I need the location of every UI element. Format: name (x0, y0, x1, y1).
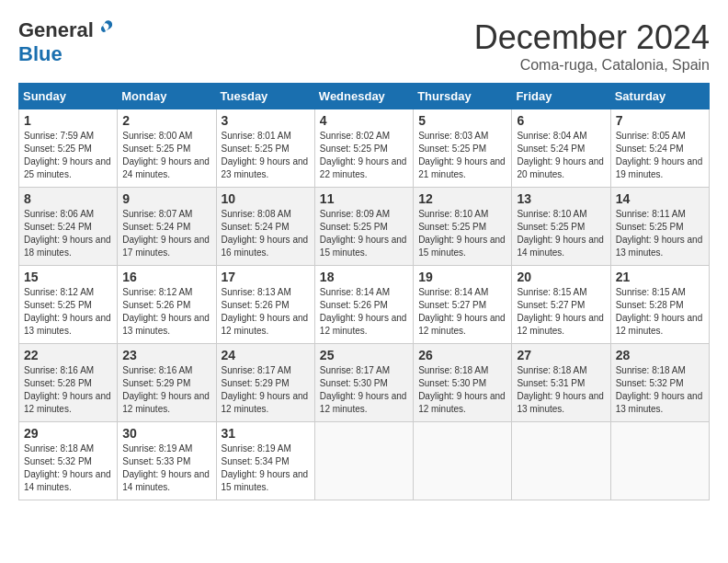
calendar-cell: 12Sunrise: 8:10 AM Sunset: 5:25 PM Dayli… (414, 188, 512, 266)
calendar-cell: 2Sunrise: 8:00 AM Sunset: 5:25 PM Daylig… (118, 109, 216, 188)
calendar-cell: 9Sunrise: 8:07 AM Sunset: 5:24 PM Daylig… (118, 188, 216, 266)
logo-blue-text: Blue (18, 42, 63, 65)
day-number: 14 (616, 191, 704, 206)
calendar-cell: 30Sunrise: 8:19 AM Sunset: 5:33 PM Dayli… (118, 422, 216, 500)
day-info: Sunrise: 8:12 AM Sunset: 5:26 PM Dayligh… (122, 286, 210, 338)
day-info: Sunrise: 8:05 AM Sunset: 5:24 PM Dayligh… (616, 130, 704, 181)
day-number: 18 (320, 270, 408, 284)
calendar-cell: 27Sunrise: 8:18 AM Sunset: 5:31 PM Dayli… (512, 344, 610, 422)
calendar-cell: 1Sunrise: 7:59 AM Sunset: 5:25 PM Daylig… (19, 109, 118, 188)
calendar-cell: 15Sunrise: 8:12 AM Sunset: 5:25 PM Dayli… (19, 266, 118, 344)
day-number: 16 (122, 270, 210, 284)
day-number: 29 (24, 426, 112, 441)
calendar-cell: 31Sunrise: 8:19 AM Sunset: 5:34 PM Dayli… (216, 422, 314, 500)
day-number: 23 (122, 348, 210, 362)
calendar-cell: 26Sunrise: 8:18 AM Sunset: 5:30 PM Dayli… (414, 344, 512, 422)
header-tuesday: Tuesday (216, 84, 314, 109)
header-wednesday: Wednesday (314, 84, 413, 109)
calendar-cell: 20Sunrise: 8:15 AM Sunset: 5:27 PM Dayli… (512, 266, 610, 344)
calendar-cell: 24Sunrise: 8:17 AM Sunset: 5:29 PM Dayli… (216, 344, 314, 422)
day-info: Sunrise: 8:19 AM Sunset: 5:33 PM Dayligh… (122, 442, 210, 494)
calendar-cell: 8Sunrise: 8:06 AM Sunset: 5:24 PM Daylig… (19, 188, 118, 266)
day-number: 19 (418, 270, 506, 284)
week-row-4: 22Sunrise: 8:16 AM Sunset: 5:28 PM Dayli… (19, 344, 710, 422)
calendar-cell: 11Sunrise: 8:09 AM Sunset: 5:25 PM Dayli… (314, 188, 413, 266)
day-info: Sunrise: 8:10 AM Sunset: 5:25 PM Dayligh… (517, 208, 605, 259)
calendar-table: SundayMondayTuesdayWednesdayThursdayFrid… (18, 83, 710, 500)
day-number: 20 (517, 270, 605, 284)
location-subtitle: Coma-ruga, Catalonia, Spain (474, 57, 710, 74)
day-number: 31 (222, 426, 310, 441)
day-info: Sunrise: 8:07 AM Sunset: 5:24 PM Dayligh… (122, 208, 210, 259)
day-number: 24 (222, 348, 310, 362)
day-info: Sunrise: 8:03 AM Sunset: 5:25 PM Dayligh… (418, 130, 506, 181)
calendar-cell: 22Sunrise: 8:16 AM Sunset: 5:28 PM Dayli… (19, 344, 118, 422)
day-info: Sunrise: 8:00 AM Sunset: 5:25 PM Dayligh… (122, 130, 210, 181)
calendar-cell: 7Sunrise: 8:05 AM Sunset: 5:24 PM Daylig… (610, 109, 709, 188)
day-number: 26 (418, 348, 506, 362)
day-info: Sunrise: 8:02 AM Sunset: 5:25 PM Dayligh… (320, 130, 408, 181)
day-number: 12 (418, 191, 506, 206)
calendar-cell: 29Sunrise: 8:18 AM Sunset: 5:32 PM Dayli… (19, 422, 118, 500)
calendar-cell: 14Sunrise: 8:11 AM Sunset: 5:25 PM Dayli… (610, 188, 709, 266)
week-row-3: 15Sunrise: 8:12 AM Sunset: 5:25 PM Dayli… (19, 266, 710, 344)
week-row-1: 1Sunrise: 7:59 AM Sunset: 5:25 PM Daylig… (19, 109, 710, 188)
calendar-cell: 16Sunrise: 8:12 AM Sunset: 5:26 PM Dayli… (118, 266, 216, 344)
day-number: 6 (517, 113, 605, 128)
calendar-cell: 21Sunrise: 8:15 AM Sunset: 5:28 PM Dayli… (610, 266, 709, 344)
calendar-cell: 13Sunrise: 8:10 AM Sunset: 5:25 PM Dayli… (512, 188, 610, 266)
calendar-cell: 5Sunrise: 8:03 AM Sunset: 5:25 PM Daylig… (414, 109, 512, 188)
day-info: Sunrise: 8:14 AM Sunset: 5:26 PM Dayligh… (320, 286, 408, 338)
calendar-cell: 18Sunrise: 8:14 AM Sunset: 5:26 PM Dayli… (314, 266, 413, 344)
day-info: Sunrise: 8:14 AM Sunset: 5:27 PM Dayligh… (418, 286, 506, 338)
calendar-cell: 25Sunrise: 8:17 AM Sunset: 5:30 PM Dayli… (314, 344, 413, 422)
logo: General Blue (18, 18, 116, 66)
logo-bird-icon (96, 18, 116, 42)
day-number: 13 (517, 191, 605, 206)
day-info: Sunrise: 7:59 AM Sunset: 5:25 PM Dayligh… (24, 130, 112, 181)
day-number: 7 (616, 113, 704, 128)
day-info: Sunrise: 8:01 AM Sunset: 5:25 PM Dayligh… (222, 130, 310, 181)
title-area: December 2024 Coma-ruga, Catalonia, Spai… (474, 18, 710, 74)
day-number: 2 (122, 113, 210, 128)
day-info: Sunrise: 8:18 AM Sunset: 5:30 PM Dayligh… (418, 364, 506, 416)
day-info: Sunrise: 8:10 AM Sunset: 5:25 PM Dayligh… (418, 208, 506, 259)
day-number: 8 (24, 191, 112, 206)
header-saturday: Saturday (610, 84, 709, 109)
day-number: 1 (24, 113, 112, 128)
day-number: 10 (222, 191, 310, 206)
day-number: 25 (320, 348, 408, 362)
calendar-cell (314, 422, 413, 500)
day-number: 22 (24, 348, 112, 362)
day-number: 3 (222, 113, 310, 128)
day-info: Sunrise: 8:18 AM Sunset: 5:32 PM Dayligh… (24, 442, 112, 494)
calendar-cell (610, 422, 709, 500)
day-info: Sunrise: 8:11 AM Sunset: 5:25 PM Dayligh… (616, 208, 704, 259)
calendar-header-row: SundayMondayTuesdayWednesdayThursdayFrid… (19, 84, 710, 109)
day-info: Sunrise: 8:15 AM Sunset: 5:28 PM Dayligh… (616, 286, 704, 338)
day-info: Sunrise: 8:18 AM Sunset: 5:32 PM Dayligh… (616, 364, 704, 416)
day-info: Sunrise: 8:18 AM Sunset: 5:31 PM Dayligh… (517, 364, 605, 416)
day-info: Sunrise: 8:04 AM Sunset: 5:24 PM Dayligh… (517, 130, 605, 181)
calendar-cell: 17Sunrise: 8:13 AM Sunset: 5:26 PM Dayli… (216, 266, 314, 344)
day-number: 9 (122, 191, 210, 206)
day-number: 27 (517, 348, 605, 362)
day-number: 28 (616, 348, 704, 362)
day-number: 4 (320, 113, 408, 128)
day-number: 11 (320, 191, 408, 206)
calendar-cell (414, 422, 512, 500)
day-number: 17 (222, 270, 310, 284)
day-info: Sunrise: 8:13 AM Sunset: 5:26 PM Dayligh… (222, 286, 310, 338)
day-info: Sunrise: 8:09 AM Sunset: 5:25 PM Dayligh… (320, 208, 408, 259)
day-info: Sunrise: 8:16 AM Sunset: 5:28 PM Dayligh… (24, 364, 112, 416)
day-info: Sunrise: 8:16 AM Sunset: 5:29 PM Dayligh… (122, 364, 210, 416)
header-sunday: Sunday (19, 84, 118, 109)
calendar-cell: 3Sunrise: 8:01 AM Sunset: 5:25 PM Daylig… (216, 109, 314, 188)
calendar-cell: 4Sunrise: 8:02 AM Sunset: 5:25 PM Daylig… (314, 109, 413, 188)
calendar-cell: 19Sunrise: 8:14 AM Sunset: 5:27 PM Dayli… (414, 266, 512, 344)
header-monday: Monday (118, 84, 216, 109)
week-row-2: 8Sunrise: 8:06 AM Sunset: 5:24 PM Daylig… (19, 188, 710, 266)
day-info: Sunrise: 8:19 AM Sunset: 5:34 PM Dayligh… (222, 442, 310, 494)
header-thursday: Thursday (414, 84, 512, 109)
calendar-cell: 23Sunrise: 8:16 AM Sunset: 5:29 PM Dayli… (118, 344, 216, 422)
